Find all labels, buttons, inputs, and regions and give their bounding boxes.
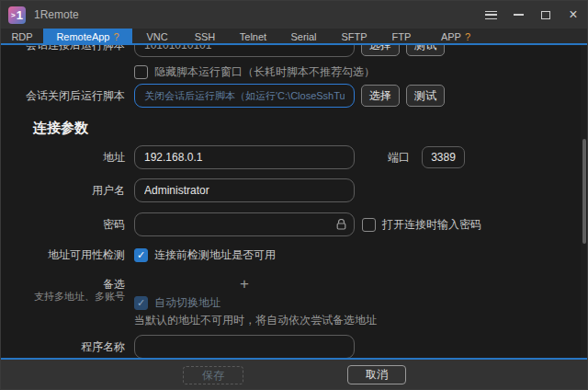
check-icon: ✓ [137, 297, 145, 309]
script-after-close-test-button[interactable]: 测试 [406, 85, 445, 107]
settings-form: 会话连接后运行脚本 选择 测试 隐藏脚本运行窗口（长耗时脚本不推荐勾选） 会话关… [1, 45, 587, 360]
ask-password-checkbox[interactable] [362, 218, 376, 232]
protocol-tab-bar: RDP RemoteApp? VNC SSH Telnet Serial SFT… [1, 29, 587, 45]
lock-icon [336, 219, 346, 230]
hide-script-window-checkbox[interactable] [134, 65, 148, 79]
tab-label: APP [441, 31, 461, 42]
tab-help-suffix: ? [113, 31, 119, 42]
tab-label: RDP [11, 31, 32, 42]
tab-ssh[interactable]: SSH [182, 29, 228, 45]
close-icon: × [569, 7, 577, 22]
script-after-connect-input[interactable] [134, 45, 355, 57]
tab-app[interactable]: APP? [424, 29, 488, 45]
menu-button[interactable] [477, 1, 504, 29]
tab-sftp[interactable]: SFTP [329, 29, 379, 45]
port-input[interactable] [422, 146, 465, 168]
script-after-connect-select-button[interactable]: 选择 [361, 45, 400, 56]
minimize-icon [514, 14, 524, 16]
tab-label: Telnet [240, 31, 266, 42]
app-window: >1 1Remote × RDP RemoteApp? VNC SSH Teln… [0, 0, 588, 390]
hamburger-icon [485, 11, 497, 19]
close-button[interactable]: × [560, 1, 587, 29]
script-after-connect-test-button[interactable]: 测试 [406, 45, 445, 56]
window-title: 1Remote [34, 8, 79, 21]
row-hide-script-window: 隐藏脚本运行窗口（长耗时脚本不推荐勾选） [1, 63, 587, 80]
add-alternate-button[interactable]: + [234, 274, 254, 294]
save-button[interactable]: 保存 [183, 366, 243, 384]
row-alternate: 备选 支持多地址、多账号 + ✓ 自动切换地址 当默认的地址不可用时，将自动依次… [1, 277, 587, 336]
section-title-connection-params: 连接参数 [33, 120, 88, 137]
hide-script-window-label: 隐藏脚本运行窗口（长耗时脚本不推荐勾选） [154, 64, 375, 80]
ask-password-label: 打开连接时输入密码 [382, 217, 481, 233]
tab-label: FTP [392, 31, 412, 42]
script-after-close-input[interactable] [134, 84, 355, 108]
tab-ftp[interactable]: FTP [379, 29, 424, 45]
tab-label: RemoteApp [56, 31, 109, 42]
maximize-icon [541, 11, 550, 19]
tab-help-suffix: ? [465, 31, 470, 42]
scrollbar-thumb[interactable] [582, 139, 586, 244]
row-username: 用户名 [1, 178, 587, 202]
row-program-name: 程序名称 [1, 335, 587, 359]
password-input[interactable] [134, 212, 355, 236]
auto-switch-checkbox: ✓ [134, 296, 148, 310]
row-availability: 地址可用性检测 ✓ 连接前检测地址是否可用 [1, 245, 587, 265]
availability-checkbox-label: 连接前检测地址是否可用 [154, 247, 276, 263]
availability-label: 地址可用性检测 [1, 247, 125, 263]
app-logo-icon: >1 [8, 6, 26, 24]
auto-switch-label: 自动切换地址 [154, 295, 220, 311]
program-name-input[interactable] [134, 335, 355, 359]
tab-serial[interactable]: Serial [278, 29, 329, 45]
check-icon: ✓ [137, 249, 145, 261]
app-logo-one: 1 [17, 8, 23, 22]
row-script-after-connect: 会话连接后运行脚本 选择 测试 [1, 45, 587, 57]
username-label: 用户名 [1, 183, 125, 199]
row-address: 地址 端口 [1, 145, 587, 169]
tab-label: VNC [146, 31, 167, 42]
script-after-close-select-button[interactable]: 选择 [361, 85, 400, 107]
tab-remoteapp[interactable]: RemoteApp? [43, 29, 132, 45]
alternate-description: 当默认的地址不可用时，将自动依次尝试备选地址 [134, 313, 377, 328]
footer-bar: 保存 取消 [1, 358, 587, 389]
window-controls: × [477, 1, 587, 29]
script-after-close-label: 会话关闭后运行脚本 [1, 88, 125, 104]
port-label: 端口 [388, 150, 410, 166]
tab-telnet[interactable]: Telnet [228, 29, 278, 45]
availability-checkbox[interactable]: ✓ [134, 248, 148, 262]
password-label: 密码 [1, 217, 125, 233]
program-name-label: 程序名称 [1, 339, 125, 355]
address-input[interactable] [134, 145, 355, 169]
script-after-connect-label: 会话连接后运行脚本 [1, 45, 125, 53]
maximize-button[interactable] [532, 1, 560, 29]
tab-label: Serial [290, 31, 316, 42]
title-bar: >1 1Remote × [1, 1, 587, 29]
row-password: 密码 打开连接时输入密码 [1, 212, 587, 236]
plus-icon: + [240, 275, 249, 292]
address-label: 地址 [1, 150, 125, 166]
row-script-after-close: 会话关闭后运行脚本 选择 测试 [1, 84, 587, 108]
tab-vnc[interactable]: VNC [132, 29, 182, 45]
app-logo-gt: > [11, 11, 16, 19]
cancel-button[interactable]: 取消 [347, 365, 406, 384]
username-input[interactable] [134, 178, 355, 202]
tab-rdp[interactable]: RDP [1, 29, 43, 45]
tab-label: SSH [195, 31, 216, 42]
alternate-sublabel: 支持多地址、多账号 [1, 290, 125, 304]
tab-label: SFTP [341, 31, 367, 42]
minimize-button[interactable] [504, 1, 532, 29]
